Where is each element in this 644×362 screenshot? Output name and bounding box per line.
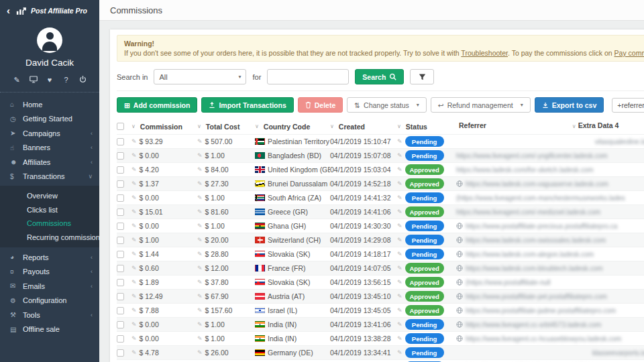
row-checkbox[interactable] [117, 194, 124, 202]
edit-inline-icon[interactable]: ✎ [131, 251, 137, 257]
edit-inline-icon[interactable]: ✎ [197, 138, 203, 145]
column-header-total-cost[interactable]: ∨Total Cost [197, 123, 255, 131]
row-checkbox[interactable] [117, 307, 124, 314]
sidebar-item-payouts[interactable]: ¤Payouts‹ [0, 265, 99, 280]
row-checkbox[interactable] [117, 152, 124, 160]
status-badge[interactable]: Pending [405, 235, 444, 245]
edit-inline-icon[interactable]: ✎ [131, 208, 137, 215]
delete-button[interactable]: Delete [298, 97, 343, 113]
sidebar-subitem-clicks-list[interactable]: Clicks list [0, 203, 99, 217]
edit-inline-icon[interactable]: ✎ [397, 208, 402, 215]
edit-inline-icon[interactable]: ✎ [197, 152, 203, 159]
edit-inline-icon[interactable]: ✎ [131, 237, 137, 243]
status-badge[interactable]: Pending [405, 150, 444, 161]
edit-inline-icon[interactable]: ✎ [397, 237, 402, 243]
edit-inline-icon[interactable]: ✎ [197, 194, 203, 201]
edit-inline-icon[interactable]: ✎ [397, 349, 402, 356]
status-badge[interactable]: Approved [405, 263, 444, 274]
edit-inline-icon[interactable]: ✎ [131, 307, 137, 314]
refund-management-button[interactable]: ↩ Refund management ▾ [431, 97, 531, 113]
change-status-button[interactable]: ⇅ Change status ▾ [347, 97, 427, 113]
monitor-icon[interactable] [29, 76, 38, 84]
status-badge[interactable]: Approved [405, 178, 444, 189]
column-header-commission[interactable]: ∨Commission [131, 123, 197, 131]
filter-button[interactable] [410, 69, 434, 84]
power-icon[interactable] [78, 76, 87, 84]
edit-inline-icon[interactable]: ✎ [397, 307, 402, 314]
column-header-country-code[interactable]: ∨Country Code [255, 123, 330, 131]
edit-inline-icon[interactable]: ✎ [197, 279, 203, 286]
edit-inline-icon[interactable]: ✎ [397, 279, 402, 286]
help-icon[interactable]: ? [62, 76, 71, 84]
edit-inline-icon[interactable]: ✎ [131, 349, 137, 356]
column-header-extra-data-4[interactable]: ∨Extra Data 4 [572, 121, 619, 129]
column-header-status[interactable]: ∨Status [397, 123, 456, 131]
sidebar-item-tools[interactable]: ⚒Tools‹ [0, 308, 99, 322]
edit-inline-icon[interactable]: ✎ [131, 223, 137, 229]
edit-inline-icon[interactable]: ✎ [397, 166, 402, 173]
row-checkbox[interactable] [117, 237, 124, 244]
status-badge[interactable]: Approved [405, 291, 444, 302]
sidebar-item-configuration[interactable]: ⚙Configuration [0, 294, 99, 308]
row-checkbox[interactable] [117, 208, 124, 216]
sidebar-subitem-overview[interactable]: Overview [0, 189, 99, 203]
collapse-sidebar-icon[interactable]: ‹ [7, 5, 10, 15]
edit-inline-icon[interactable]: ✎ [397, 152, 402, 159]
edit-inline-icon[interactable]: ✎ [197, 223, 203, 229]
select-all-checkbox[interactable] [117, 123, 124, 130]
edit-inline-icon[interactable]: ✎ [197, 307, 203, 314]
edit-inline-icon[interactable]: ✎ [197, 321, 203, 328]
sidebar-subitem-commissions[interactable]: Commissions [0, 217, 99, 231]
edit-inline-icon[interactable]: ✎ [197, 251, 203, 257]
column-header-created[interactable]: ∨Created [330, 123, 397, 131]
edit-inline-icon[interactable]: ✎ [131, 335, 137, 342]
sidebar-item-getting-started[interactable]: ◷Getting Started [0, 112, 99, 127]
edit-inline-icon[interactable]: ✎ [397, 223, 402, 229]
row-checkbox[interactable] [117, 223, 124, 230]
edit-inline-icon[interactable]: ✎ [397, 321, 402, 328]
edit-inline-icon[interactable]: ✎ [131, 194, 137, 201]
sidebar-item-banners[interactable]: ☝Banners‹ [0, 141, 99, 156]
brand-logo[interactable]: Post Affiliate Pro [16, 6, 87, 15]
export-csv-button[interactable]: Export to csv [535, 97, 604, 113]
row-checkbox[interactable] [117, 279, 124, 286]
sidebar-item-offline-sale[interactable]: ▤Offline sale [0, 322, 99, 337]
troubleshooter-link[interactable]: Troubleshooter [461, 49, 508, 57]
row-checkbox[interactable] [117, 251, 124, 258]
row-checkbox[interactable] [117, 293, 124, 300]
row-checkbox[interactable] [117, 321, 124, 328]
status-badge[interactable]: Pending [405, 333, 444, 344]
status-badge[interactable]: Approved [405, 277, 444, 288]
edit-inline-icon[interactable]: ✎ [131, 265, 137, 272]
edit-inline-icon[interactable]: ✎ [131, 166, 137, 173]
edit-inline-icon[interactable]: ✎ [397, 180, 402, 187]
edit-inline-icon[interactable]: ✎ [397, 251, 402, 257]
status-badge[interactable]: Pending [405, 319, 444, 330]
edit-inline-icon[interactable]: ✎ [131, 138, 137, 145]
sidebar-item-transactions[interactable]: $Transactions∨ [0, 170, 99, 184]
row-checkbox[interactable] [117, 335, 124, 343]
search-field-select[interactable]: All ▾ [154, 69, 246, 84]
edit-inline-icon[interactable]: ✎ [397, 265, 402, 272]
add-commission-button[interactable]: ⊞ Add commission [117, 97, 197, 113]
edit-inline-icon[interactable]: ✎ [397, 138, 402, 145]
edit-inline-icon[interactable]: ✎ [131, 279, 137, 286]
sidebar-item-emails[interactable]: ✉Emails‹ [0, 279, 99, 294]
row-checkbox[interactable] [117, 265, 124, 272]
row-checkbox[interactable] [117, 138, 124, 145]
row-checkbox[interactable] [117, 349, 124, 357]
import-transactions-button[interactable]: Import Transactions [201, 97, 293, 113]
pay-commissions-link[interactable]: Pay commissions [614, 49, 644, 57]
edit-inline-icon[interactable]: ✎ [197, 265, 203, 272]
sidebar-item-reports[interactable]: ◕Reports‹ [0, 250, 99, 265]
edit-inline-icon[interactable]: ✎ [197, 237, 203, 243]
sidebar-item-campaigns[interactable]: ➤Campaigns‹ [0, 126, 99, 141]
edit-inline-icon[interactable]: ✎ [397, 194, 402, 201]
avatar[interactable] [37, 27, 62, 53]
status-badge[interactable]: Pending [405, 192, 444, 203]
edit-inline-icon[interactable]: ✎ [397, 293, 402, 300]
edit-inline-icon[interactable]: ✎ [131, 321, 137, 328]
edit-inline-icon[interactable]: ✎ [131, 293, 137, 300]
edit-inline-icon[interactable]: ✎ [131, 152, 137, 159]
row-checkbox[interactable] [117, 180, 124, 188]
